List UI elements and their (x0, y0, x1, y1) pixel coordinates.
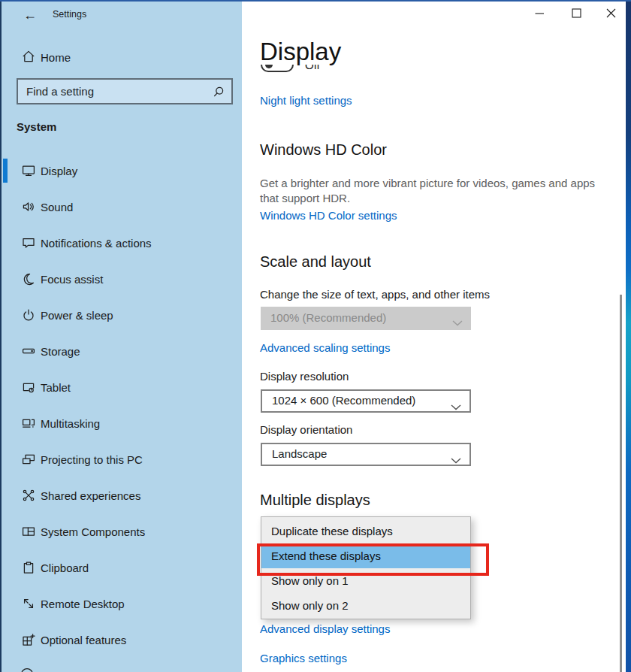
sidebar-item-label: System Components (41, 525, 145, 538)
search-input[interactable]: Find a setting (17, 78, 233, 104)
sidebar-item-clipboard[interactable]: Clipboard (2, 549, 243, 586)
minimize-icon (534, 8, 545, 19)
sidebar-section-system: System (17, 120, 56, 133)
system-components-icon (21, 524, 36, 539)
storage-icon (21, 344, 36, 359)
projecting-icon (21, 452, 36, 467)
sidebar-item-projecting[interactable]: Projecting to this PC (2, 441, 243, 477)
remote-desktop-icon (21, 596, 36, 611)
night-light-toggle[interactable] (261, 65, 294, 72)
sound-icon (21, 199, 36, 214)
notifications-icon (21, 235, 36, 250)
multiple-displays-open-dropdown: Duplicate these displays Extend these di… (261, 516, 471, 619)
focus-assist-icon (21, 271, 36, 286)
orientation-dropdown-value: Landscape (272, 447, 327, 460)
sidebar-item-tablet[interactable]: Tablet (2, 369, 243, 405)
sidebar-item-power-sleep[interactable]: Power & sleep (2, 297, 243, 333)
sidebar-item-label: Notifications & actions (41, 237, 152, 250)
sidebar-item-label: Clipboard (41, 562, 89, 574)
sidebar-item-label: Home (41, 51, 71, 64)
titlebar: ← Settings (2, 0, 242, 30)
sidebar-item-label: Power & sleep (41, 309, 113, 322)
sidebar-item-label: Tablet (41, 381, 71, 394)
search-placeholder: Find a setting (26, 85, 94, 98)
chevron-down-icon (451, 453, 461, 466)
sidebar-item-label: Shared experiences (41, 489, 140, 502)
home-icon (21, 49, 36, 64)
hd-color-description: Get a brighter and more vibrant picture … (260, 176, 613, 206)
option-show-only-on-2[interactable]: Show only on 2 (261, 593, 470, 618)
sidebar-item-remote-desktop[interactable]: Remote Desktop (2, 586, 243, 622)
window-border-left (0, 0, 2, 672)
multitasking-icon (21, 416, 36, 431)
sidebar-item-system-components[interactable]: System Components (2, 513, 243, 549)
advanced-scaling-link[interactable]: Advanced scaling settings (260, 341, 390, 354)
sidebar-item-label: Projecting to this PC (41, 453, 143, 466)
option-show-only-on-1[interactable]: Show only on 1 (261, 568, 470, 593)
sidebar-item-label: Optional features (41, 634, 126, 646)
close-icon (605, 8, 617, 19)
close-button[interactable] (594, 2, 628, 24)
maximize-icon (571, 8, 582, 19)
sidebar-item-label: Display (41, 165, 77, 177)
scale-dropdown: 100% (Recommended) (261, 307, 471, 330)
sidebar-item-label: Focus assist (41, 273, 103, 286)
maximize-button[interactable] (560, 2, 593, 24)
optional-features-icon (21, 632, 36, 647)
sidebar-item-label: Multitasking (41, 417, 100, 430)
window-border-right (626, 0, 631, 672)
chevron-down-icon (451, 400, 461, 413)
sidebar-item-label: Sound (41, 201, 73, 213)
resolution-label: Display resolution (260, 370, 349, 383)
sidebar-item-multitasking[interactable]: Multitasking (2, 405, 243, 441)
settings-window: ← Settings Home Find a setting System Di… (0, 0, 631, 672)
about-icon (20, 664, 35, 672)
sidebar-item-display[interactable]: Display (2, 153, 243, 189)
chevron-down-icon (452, 316, 463, 328)
main-content: Display Off Night light settings Windows… (242, 0, 626, 672)
minimize-button[interactable] (523, 2, 557, 24)
resolution-dropdown[interactable]: 1024 × 600 (Recommended) (261, 389, 471, 413)
back-arrow-icon: ← (23, 8, 37, 23)
tablet-icon (21, 380, 36, 395)
multiple-displays-heading: Multiple displays (260, 492, 370, 509)
orientation-label: Display orientation (260, 423, 352, 436)
vertical-scrollbar[interactable] (620, 295, 622, 672)
option-extend-these-displays[interactable]: Extend these displays (261, 543, 470, 568)
night-light-toggle-clipped: Off (260, 65, 425, 80)
app-title: Settings (53, 9, 86, 20)
power-icon (21, 307, 36, 322)
sidebar-item-sound[interactable]: Sound (2, 189, 243, 225)
scale-dropdown-value: 100% (Recommended) (270, 311, 386, 324)
sidebar-item-storage[interactable]: Storage (2, 333, 243, 369)
back-button[interactable]: ← (20, 5, 41, 26)
shared-experiences-icon (21, 488, 36, 503)
toggle-state-label: Off (305, 65, 320, 71)
hd-color-heading: Windows HD Color (260, 141, 387, 159)
hd-color-settings-link[interactable]: Windows HD Color settings (260, 209, 397, 222)
toggle-knob (265, 65, 273, 68)
scale-label: Change the size of text, apps, and other… (260, 288, 490, 301)
graphics-settings-link[interactable]: Graphics settings (260, 652, 347, 664)
sidebar-item-optional-features[interactable]: Optional features (2, 622, 243, 658)
page-title: Display (260, 38, 341, 66)
advanced-display-settings-link[interactable]: Advanced display settings (260, 622, 390, 635)
sidebar-item-shared-experiences[interactable]: Shared experiences (2, 477, 243, 513)
window-border-top (0, 0, 631, 2)
display-icon (21, 163, 36, 178)
sidebar-item-label: Remote Desktop (41, 598, 125, 610)
sidebar-item-focus-assist[interactable]: Focus assist (2, 261, 243, 297)
sidebar-item-home[interactable]: Home (2, 45, 242, 71)
scale-layout-heading: Scale and layout (260, 253, 371, 271)
sidebar-item-label: Storage (41, 345, 80, 358)
sidebar: ← Settings Home Find a setting System Di… (0, 0, 242, 672)
orientation-dropdown[interactable]: Landscape (261, 443, 471, 466)
clipboard-icon (21, 560, 36, 575)
option-duplicate-these-displays[interactable]: Duplicate these displays (261, 519, 470, 543)
sidebar-item-notifications[interactable]: Notifications & actions (2, 225, 243, 261)
search-icon (212, 86, 225, 98)
night-light-settings-link[interactable]: Night light settings (260, 94, 352, 107)
resolution-dropdown-value: 1024 × 600 (Recommended) (272, 394, 415, 407)
